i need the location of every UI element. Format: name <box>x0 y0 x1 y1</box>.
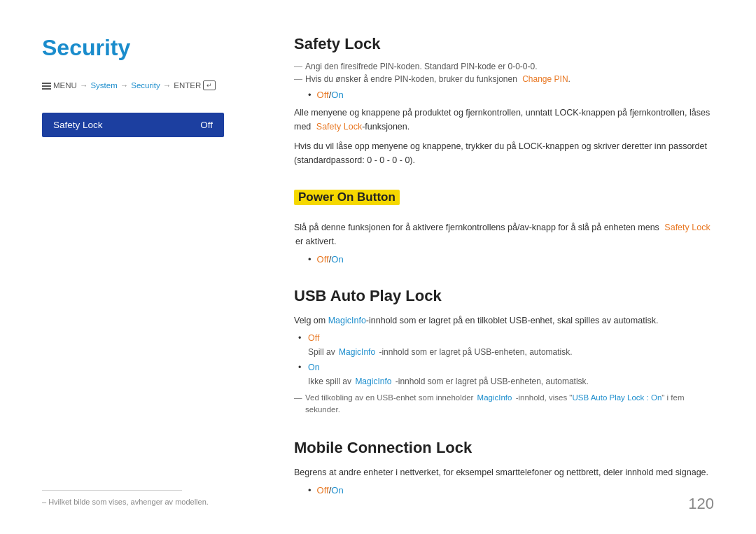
sidebar-note: – Hvilket bilde som vises, avhenger av m… <box>42 498 252 506</box>
usb-auto-play-lock-link: USB Auto Play Lock : On <box>572 393 662 402</box>
page-title: Security <box>42 35 252 61</box>
usb-magicinfo-link4: MagicInfo <box>477 393 512 402</box>
usb-auto-play-title: USB Auto Play Lock <box>294 287 714 305</box>
mobile-connection-off-on: Off / On <box>308 485 714 496</box>
power-on-off: Off <box>317 254 329 265</box>
breadcrumb-system: System <box>90 81 117 90</box>
usb-auto-play-section: USB Auto Play Lock Velg om MagicInfo-inn… <box>294 287 714 416</box>
usb-off-bullet: Off <box>308 333 714 343</box>
breadcrumb-sep1: → <box>80 81 88 90</box>
safety-lock-label: Safety Lock <box>53 120 103 130</box>
safety-lock-note1: Angi den firesifrede PIN-koden. Standard… <box>294 62 714 71</box>
change-pin-link[interactable]: Change PIN <box>522 74 568 84</box>
mobile-on: On <box>331 485 343 496</box>
safety-lock-body2: Hvis du vil låse opp menyene og knappene… <box>294 139 714 167</box>
usb-magicinfo-link1: MagicInfo <box>328 316 366 325</box>
usb-auto-play-note: Ved tilkobling av en USB-enhet som inneh… <box>294 392 714 416</box>
usb-on-desc: Ikke spill av MagicInfo -innhold som er … <box>308 375 714 388</box>
mobile-off: Off <box>317 485 329 496</box>
breadcrumb-sep2: → <box>120 81 129 90</box>
safety-lock-off: Off <box>317 90 329 100</box>
safety-lock-note2: Hvis du ønsker å endre PIN-koden, bruker… <box>294 74 714 84</box>
safety-lock-body1: Alle menyene og knappene på produktet og… <box>294 106 714 134</box>
page: Security MENU → System → Security → ENTE… <box>0 0 756 534</box>
usb-on-bullet: On <box>308 363 714 372</box>
safety-lock-value: Off <box>200 120 213 130</box>
mobile-connection-title: Mobile Connection Lock <box>294 439 714 457</box>
power-on-button-title: Power On Button <box>294 190 714 213</box>
safety-lock-on: On <box>331 90 343 100</box>
power-on-button-section: Power On Button Slå på denne funksjonen … <box>294 190 714 265</box>
safety-lock-title: Safety Lock <box>294 35 714 53</box>
safety-lock-link1: Safety Lock <box>316 122 362 132</box>
safety-lock-section: Safety Lock Angi den firesifrede PIN-kod… <box>294 35 714 167</box>
sidebar-divider <box>42 490 182 491</box>
page-number: 120 <box>688 495 714 513</box>
usb-auto-play-intro: Velg om MagicInfo-innhold som er lagret … <box>294 314 714 328</box>
breadcrumb: MENU → System → Security → ENTER ↵ <box>42 80 252 90</box>
breadcrumb-menu: MENU <box>42 81 77 90</box>
safety-lock-off-on: Off / On <box>308 90 714 100</box>
sidebar: Security MENU → System → Security → ENTE… <box>42 35 280 506</box>
usb-off-label: Off <box>308 333 319 343</box>
breadcrumb-security: Security <box>131 81 160 90</box>
power-on-on: On <box>331 254 343 265</box>
breadcrumb-enter: ENTER ↵ <box>174 80 216 90</box>
usb-magicinfo-link3: MagicInfo <box>355 377 391 386</box>
usb-on-label: On <box>308 363 320 372</box>
mobile-connection-section: Mobile Connection Lock Begrens at andre … <box>294 439 714 496</box>
safety-lock-menu-item[interactable]: Safety Lock Off <box>42 113 224 137</box>
power-on-off-on: Off / On <box>308 254 714 265</box>
main-content: Safety Lock Angi den firesifrede PIN-kod… <box>280 35 714 506</box>
power-on-body: Slå på denne funksjonen for å aktivere f… <box>294 220 714 248</box>
usb-off-desc: Spill av MagicInfo -innhold som er lagre… <box>308 346 714 358</box>
breadcrumb-sep3: → <box>163 81 172 90</box>
usb-magicinfo-link2: MagicInfo <box>339 347 375 357</box>
power-on-safety-lock-link: Safety Lock <box>664 223 710 232</box>
mobile-connection-body: Begrens at andre enheter i nettverket, f… <box>294 465 714 479</box>
